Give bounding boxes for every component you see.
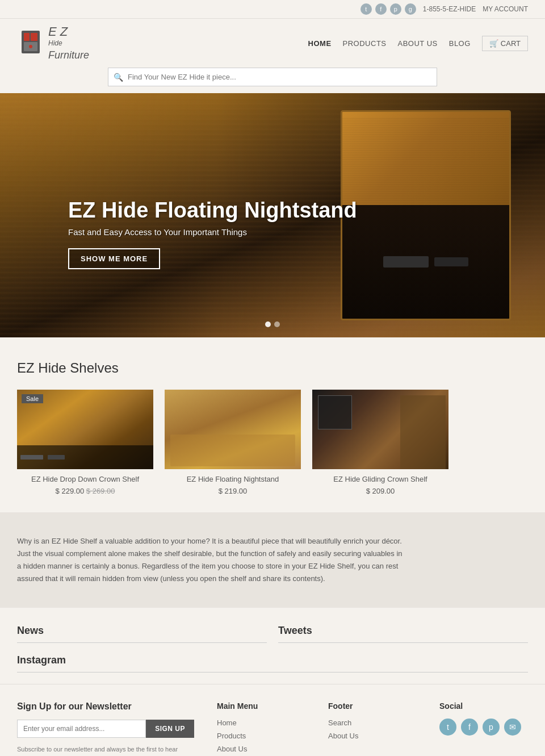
nav-products[interactable]: PRODUCTS (343, 39, 387, 48)
product-image-2 (165, 390, 301, 469)
footer-main-menu-title: Main Menu (217, 701, 305, 711)
cart-icon: 🛒 (489, 39, 498, 48)
header: E Z Hide Furniture HOME PRODUCTS ABOUT U… (0, 19, 545, 68)
svg-rect-1 (24, 33, 30, 41)
newsletter-title: Sign Up for our Newsletter (17, 701, 194, 712)
nav-blog[interactable]: BLOG (449, 39, 471, 48)
product-card-2[interactable]: EZ Hide Floating Nightstand $ 219.00 (165, 390, 301, 495)
product-sale-price-3: $ 209.00 (366, 487, 395, 495)
newsletter-note: Subscribe to our newsletter and always b… (17, 745, 194, 756)
svg-rect-2 (31, 33, 37, 41)
footer-pinterest-icon[interactable]: p (483, 719, 500, 736)
instagram-divider (17, 672, 528, 673)
hero-dot-2[interactable] (274, 321, 280, 327)
pinterest-icon[interactable]: p (390, 3, 401, 15)
hero-content: EZ Hide Floating Nightstand Fast and Eas… (68, 198, 357, 269)
search-bar: 🔍 (0, 68, 545, 93)
product-image-3 (312, 390, 448, 469)
info-text: Why is an EZ Hide Shelf a valuable addit… (17, 535, 403, 585)
newsletter-email-input[interactable] (17, 720, 146, 738)
product-name-2: EZ Hide Floating Nightstand (165, 475, 301, 483)
news-tweets-section: News Tweets (0, 608, 545, 654)
news-divider (17, 642, 267, 643)
instagram-section: Instagram (0, 654, 545, 684)
tweets-title: Tweets (278, 625, 528, 637)
info-section: Why is an EZ Hide Shelf a valuable addit… (0, 512, 545, 608)
logo[interactable]: E Z Hide Furniture (17, 24, 89, 62)
footer-facebook-icon[interactable]: f (461, 719, 478, 736)
product-card-1[interactable]: Sale EZ Hide Drop Down Crown Shelf $ 229… (17, 390, 153, 495)
facebook-icon[interactable]: f (375, 3, 387, 15)
newsletter-signup-button[interactable]: SIGN UP (146, 720, 194, 738)
footer-main-menu-home[interactable]: Home (217, 719, 305, 727)
footer-email-icon[interactable]: ✉ (504, 719, 521, 736)
tweets-column: Tweets (278, 625, 528, 649)
hero-section: EZ Hide Floating Nightstand Fast and Eas… (0, 93, 545, 337)
product-price-1: $ 229.00 $ 269.00 (17, 487, 153, 495)
product-original-price-1: $ 269.00 (86, 487, 115, 495)
tweets-divider (278, 642, 528, 643)
product-img-bg-3 (312, 390, 448, 469)
news-title: News (17, 625, 267, 637)
product-sale-price-2: $ 219.00 (219, 487, 248, 495)
my-account-link[interactable]: MY ACCOUNT (483, 5, 528, 13)
cart-button[interactable]: 🛒 CART (482, 36, 528, 51)
phone-number: 1-855-5-EZ-HIDE (423, 5, 476, 13)
instagram-title: Instagram (17, 654, 528, 666)
main-nav: HOME PRODUCTS ABOUT US BLOG 🛒 CART (308, 36, 528, 51)
footer-main-menu-products[interactable]: Products (217, 732, 305, 740)
hero-subtitle: Fast and Easy Access to Your Important T… (68, 227, 357, 237)
product-image-1: Sale (17, 390, 153, 469)
cart-label: CART (501, 39, 521, 48)
footer-social-icons: t f p ✉ (439, 719, 528, 736)
search-icon: 🔍 (114, 73, 123, 82)
product-name-1: EZ Hide Drop Down Crown Shelf (17, 475, 153, 483)
nav-about[interactable]: ABOUT US (398, 39, 438, 48)
product-name-3: EZ Hide Gliding Crown Shelf (312, 475, 448, 483)
footer-footer-menu-about[interactable]: About Us (328, 732, 417, 740)
footer-main-menu-about[interactable]: About Us (217, 745, 305, 753)
search-input[interactable] (108, 68, 437, 86)
nav-home[interactable]: HOME (308, 39, 332, 48)
svg-point-4 (29, 45, 32, 48)
hero-dot-1[interactable] (265, 321, 271, 327)
top-social-icons: t f p g (360, 3, 416, 15)
gplus-icon[interactable]: g (405, 3, 416, 15)
products-section-title: EZ Hide Shelves (17, 360, 528, 376)
products-section: EZ Hide Shelves Sale EZ Hide Drop Down C… (0, 337, 545, 512)
newsletter-form: SIGN UP (17, 720, 194, 738)
product-card-3[interactable]: EZ Hide Gliding Crown Shelf $ 209.00 (312, 390, 448, 495)
products-grid: Sale EZ Hide Drop Down Crown Shelf $ 229… (17, 390, 528, 495)
footer-twitter-icon[interactable]: t (439, 719, 456, 736)
news-column: News (17, 625, 267, 649)
footer-footer-menu-title: Footer (328, 701, 417, 711)
product-img-bg-2 (165, 390, 301, 469)
product-price-3: $ 209.00 (312, 487, 448, 495)
hero-cta-button[interactable]: SHOW ME MORE (68, 248, 160, 269)
logo-icon (17, 25, 48, 62)
hero-dots (265, 321, 280, 327)
footer-footer-menu-search[interactable]: Search (328, 719, 417, 727)
product-sale-price-1: $ 229.00 (56, 487, 85, 495)
twitter-icon[interactable]: t (360, 3, 372, 15)
hero-title: EZ Hide Floating Nightstand (68, 198, 357, 223)
search-wrapper: 🔍 (108, 68, 437, 86)
footer-main: Sign Up for our Newsletter SIGN UP Subsc… (0, 684, 545, 756)
footer-social-title: Social (439, 701, 528, 711)
newsletter-section: Sign Up for our Newsletter SIGN UP Subsc… (17, 701, 194, 756)
footer-footer-menu: Footer Search About Us (328, 701, 417, 756)
footer-social: Social t f p ✉ (439, 701, 528, 756)
footer-main-menu: Main Menu Home Products About Us Blog (217, 701, 305, 756)
product-price-2: $ 219.00 (165, 487, 301, 495)
sale-badge-1: Sale (22, 394, 43, 403)
top-bar: t f p g 1-855-5-EZ-HIDE MY ACCOUNT (0, 0, 545, 19)
